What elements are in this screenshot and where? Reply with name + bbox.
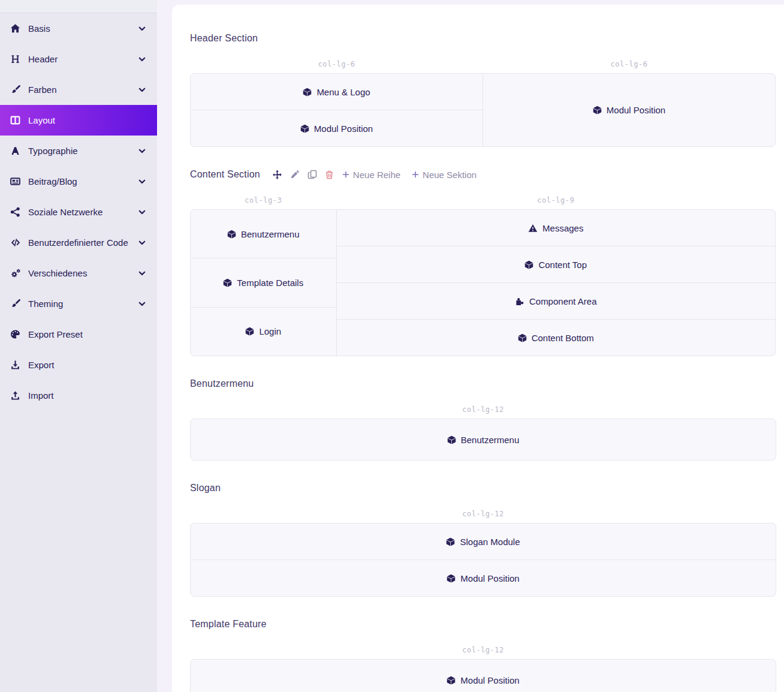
sidebar-item-beitrag-blog[interactable]: Beitrag/Blog xyxy=(0,166,157,197)
module-modul-position[interactable]: Modul Position xyxy=(190,110,483,147)
edit-section-button[interactable] xyxy=(290,170,300,179)
main-area: Header Sectioncol-lg-6Menu & LogoModul P… xyxy=(157,0,784,692)
sidebar-nav: BasisHeaderFarbenLayoutTypographieBeitra… xyxy=(0,13,157,411)
delete-icon xyxy=(325,170,334,179)
cube-icon xyxy=(245,327,254,336)
module-content-top[interactable]: Content Top xyxy=(336,246,776,283)
layout-column: col-lg-6Menu & LogoModul Position xyxy=(190,44,483,147)
module-template-details[interactable]: Template Details xyxy=(190,258,337,307)
sidebar-item-label: Beitrag/Blog xyxy=(28,176,131,186)
sidebar-item-header[interactable]: Header xyxy=(0,44,157,74)
sidebar-item-layout[interactable]: Layout xyxy=(0,105,157,136)
column-size-label: col-lg-12 xyxy=(190,510,776,518)
module-modul-position[interactable]: Modul Position xyxy=(190,559,776,597)
cogs-icon xyxy=(9,268,22,278)
section-content-section: Content SectionNeue ReiheNeue Sektioncol… xyxy=(190,169,776,356)
module-label: Content Top xyxy=(538,260,587,270)
module-label: Benutzermenu xyxy=(461,435,520,445)
module-messages[interactable]: Messages xyxy=(336,209,776,246)
sidebar-item-label: Basis xyxy=(28,23,131,34)
chevron-down-icon xyxy=(138,55,146,64)
header-icon xyxy=(9,54,22,64)
sidebar-item-label: Farben xyxy=(28,85,131,95)
sidebar-item-soziale-netzwerke[interactable]: Soziale Netzwerke xyxy=(0,197,157,227)
module-modul-position[interactable]: Modul Position xyxy=(190,659,776,692)
move-section-button[interactable] xyxy=(272,170,282,180)
typography-icon xyxy=(9,146,22,156)
sidebar-item-label: Export Preset xyxy=(28,329,146,339)
sidebar-item-label: Header xyxy=(28,54,131,64)
sidebar-item-export-preset[interactable]: Export Preset xyxy=(0,319,157,350)
warning-icon xyxy=(528,224,538,233)
module-label: Modul Position xyxy=(314,124,373,134)
sidebar-item-label: Typographie xyxy=(28,146,131,156)
module-benutzermenu[interactable]: Benutzermenu xyxy=(190,419,776,461)
section-header: Slogan xyxy=(190,483,776,494)
sidebar-item-verschiedenes[interactable]: Verschiedenes xyxy=(0,258,157,288)
cube-icon xyxy=(524,260,533,269)
cube-icon xyxy=(447,676,456,685)
sidebar-item-label: Layout xyxy=(28,115,146,125)
add-row-label: Neue Reihe xyxy=(353,170,400,180)
duplicate-section-button[interactable] xyxy=(307,170,317,179)
section-header: Content SectionNeue ReiheNeue Sektion xyxy=(190,169,776,180)
edit-icon xyxy=(290,170,300,179)
section-template-feature: Template Featurecol-lg-12Modul Position xyxy=(190,619,776,692)
sidebar-item-label: Soziale Netzwerke xyxy=(28,207,131,217)
module-stack: MessagesContent TopComponent AreaContent… xyxy=(336,209,776,356)
sidebar-item-benutzerdefinierter-code[interactable]: Benutzerdefinierter Code xyxy=(0,227,157,258)
sidebar-item-basis[interactable]: Basis xyxy=(0,13,157,44)
download-icon xyxy=(9,360,22,370)
add-row-button[interactable]: Neue Reihe xyxy=(342,170,400,180)
share-icon xyxy=(9,207,22,217)
section-benutzermenu: Benutzermenucol-lg-12Benutzermenu xyxy=(190,378,776,461)
sidebar: BasisHeaderFarbenLayoutTypographieBeitra… xyxy=(0,0,157,692)
module-stack: Menu & LogoModul Position xyxy=(190,73,483,147)
section-title: Benutzermenu xyxy=(190,378,254,389)
module-modul-position[interactable]: Modul Position xyxy=(483,73,776,147)
module-label: Menu & Logo xyxy=(316,87,370,97)
section-row: col-lg-3BenutzermenuTemplate DetailsLogi… xyxy=(190,180,776,356)
module-component-area[interactable]: Component Area xyxy=(336,282,776,320)
sidebar-item-theming[interactable]: Theming xyxy=(0,288,157,319)
module-stack: Modul Position xyxy=(190,659,776,692)
newspaper-icon xyxy=(9,176,22,186)
module-menu-logo[interactable]: Menu & Logo xyxy=(190,73,483,110)
paintbrush-icon xyxy=(9,299,22,309)
column-size-label: col-lg-12 xyxy=(190,646,776,654)
module-stack: Modul Position xyxy=(483,73,776,147)
module-login[interactable]: Login xyxy=(190,307,337,356)
plus-icon xyxy=(342,170,350,179)
add-section-button[interactable]: Neue Sektion xyxy=(411,170,477,180)
layout-builder-card: Header Sectioncol-lg-6Menu & LogoModul P… xyxy=(172,5,784,692)
module-label: Login xyxy=(259,326,281,336)
section-title: Header Section xyxy=(190,33,258,44)
sidebar-item-export[interactable]: Export xyxy=(0,350,157,380)
sidebar-item-farben[interactable]: Farben xyxy=(0,74,157,105)
cube-icon xyxy=(593,106,602,115)
columns-icon xyxy=(9,115,22,125)
copy-icon xyxy=(307,170,317,179)
module-slogan-module[interactable]: Slogan Module xyxy=(190,523,776,560)
home-icon xyxy=(9,23,22,34)
sidebar-item-import[interactable]: Import xyxy=(0,380,157,411)
section-row: col-lg-12Benutzermenu xyxy=(190,389,776,461)
module-label: Template Details xyxy=(237,278,303,288)
layout-column: col-lg-12Modul Position xyxy=(190,630,776,692)
module-stack: BenutzermenuTemplate DetailsLogin xyxy=(190,209,337,356)
sidebar-item-label: Export xyxy=(28,360,146,370)
section-header-section: Header Sectioncol-lg-6Menu & LogoModul P… xyxy=(190,33,776,147)
chevron-down-icon xyxy=(138,86,146,94)
section-row: col-lg-12Modul Position xyxy=(190,630,776,692)
module-label: Messages xyxy=(542,223,583,233)
delete-section-button[interactable] xyxy=(325,170,334,179)
column-size-label: col-lg-3 xyxy=(190,196,337,204)
cube-icon xyxy=(447,435,456,444)
section-row: col-lg-12Slogan ModuleModul Position xyxy=(190,494,776,597)
app-root: BasisHeaderFarbenLayoutTypographieBeitra… xyxy=(0,0,784,692)
module-content-bottom[interactable]: Content Bottom xyxy=(336,319,776,356)
paintbrush-icon xyxy=(9,85,22,95)
sidebar-item-typographie[interactable]: Typographie xyxy=(0,136,157,166)
module-benutzermenu[interactable]: Benutzermenu xyxy=(190,209,337,258)
cube-icon xyxy=(446,537,455,546)
